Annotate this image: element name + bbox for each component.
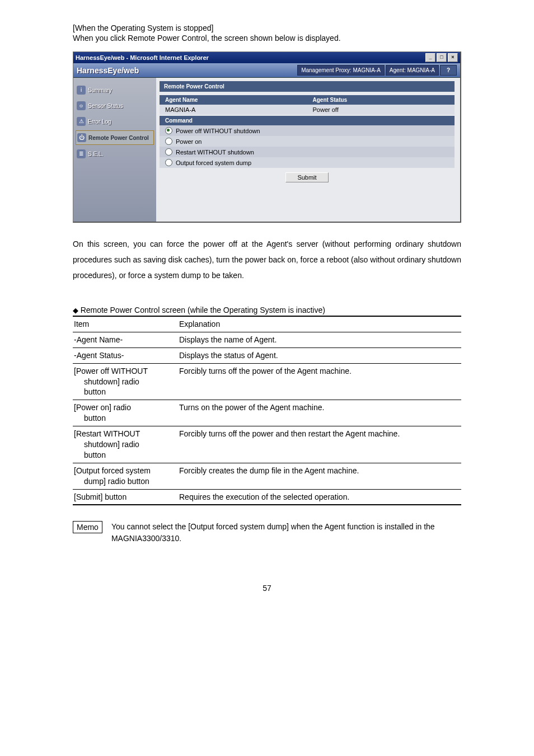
sidebar-item-label: Sensor Status [88, 103, 123, 109]
warning-icon: ⚠ [77, 117, 86, 126]
sensor-icon: ⌾ [77, 101, 86, 110]
col-agent-status: Agent Status [307, 95, 455, 105]
cmd-row-poweroff[interactable]: Power off WITHOUT shutdown [160, 125, 455, 136]
legend-item: [Power on] radio button [73, 400, 178, 426]
radio-poweroff[interactable] [165, 127, 172, 134]
help-button[interactable]: ? [440, 65, 457, 76]
panel-title: Remote Power Control [160, 81, 455, 92]
legend-item: [Restart WITHOUT shutdown] radio button [73, 426, 178, 463]
cmd-label: Power off WITHOUT shutdown [176, 128, 260, 134]
legend-item: [Power off WITHOUT shutdown] radio butto… [73, 363, 178, 400]
maximize-icon[interactable]: □ [437, 53, 447, 62]
description-paragraph: On this screen, you can force the power … [73, 236, 461, 283]
sidebar-item-label: Remote Power Control [88, 135, 149, 141]
legend-expl: Displays the name of Agent. [178, 332, 461, 348]
legend-item: -Agent Name- [73, 332, 178, 348]
page-number: 57 [73, 584, 461, 593]
legend-expl: Turns on the power of the Agent machine. [178, 400, 461, 426]
intro-line-2: When you click Remote Power Control, the… [73, 34, 461, 43]
sidebar: i Summary ⌾ Sensor Status ⚠ Error Log ⏻ … [73, 78, 156, 222]
legend-title: ◆ Remote Power Control screen (while the… [73, 306, 461, 314]
titlebar: HarnessEye/web - Microsoft Internet Expl… [73, 52, 460, 63]
sidebar-item-sel[interactable]: ≣ S.E.L. [76, 147, 154, 161]
branding-bar: HarnessEye/web Management Proxy: MAGNIA-… [73, 63, 460, 78]
legend-h1: Item [73, 316, 178, 332]
legend-table: Item Explanation -Agent Name- Displays t… [73, 316, 461, 505]
sidebar-item-sensor[interactable]: ⌾ Sensor Status [76, 99, 154, 112]
radio-restart[interactable] [165, 148, 172, 156]
sidebar-item-label: Summary [88, 87, 112, 93]
info-icon: i [77, 86, 86, 95]
agent-table: Agent Name Agent Status MAGNIA-A Power o… [160, 95, 455, 115]
cell-agent-name: MAGNIA-A [160, 105, 307, 115]
legend-expl: Forcibly creates the dump file in the Ag… [178, 463, 461, 489]
log-icon: ≣ [77, 149, 86, 158]
brand-logo-text: HarnessEye/web [77, 66, 139, 75]
legend-item: -Agent Status- [73, 348, 178, 363]
intro-line-1: [When the Operating System is stopped] [73, 24, 461, 32]
legend-expl: Displays the status of Agent. [178, 348, 461, 363]
cmd-row-dump[interactable]: Output forced system dump [160, 157, 455, 168]
diamond-icon: ◆ [73, 306, 81, 314]
cmd-label: Power on [176, 138, 202, 145]
sidebar-item-remote-power[interactable]: ⏻ Remote Power Control [76, 130, 154, 145]
minimize-icon[interactable]: _ [425, 53, 435, 62]
agent-badge: Agent: MAGNIA-A [386, 65, 439, 76]
legend-h2: Explanation [178, 316, 461, 332]
cmd-label: Restart WITHOUT shutdown [176, 149, 254, 156]
sidebar-item-summary[interactable]: i Summary [76, 83, 154, 97]
command-header: Command [160, 116, 455, 125]
close-icon[interactable]: × [448, 53, 458, 62]
legend-item: [Output forced system dump] radio button [73, 463, 178, 489]
cmd-row-poweron[interactable]: Power on [160, 136, 455, 147]
legend-expl: Forcibly turns off the power and then re… [178, 426, 461, 463]
col-agent-name: Agent Name [160, 95, 307, 105]
sidebar-item-label: Error Log [88, 119, 111, 125]
radio-dump[interactable] [165, 159, 172, 166]
legend-expl: Forcibly turns off the power of the Agen… [178, 363, 461, 400]
screenshot-window: HarnessEye/web - Microsoft Internet Expl… [73, 51, 461, 223]
window-title: HarnessEye/web - Microsoft Internet Expl… [76, 54, 209, 61]
radio-poweron[interactable] [165, 138, 172, 145]
submit-button[interactable]: Submit [285, 172, 328, 182]
cmd-label: Output forced system dump [176, 159, 251, 166]
cmd-row-restart[interactable]: Restart WITHOUT shutdown [160, 147, 455, 157]
legend-expl: Requires the execution of the selected o… [178, 489, 461, 505]
sidebar-item-label: S.E.L. [88, 151, 103, 157]
sidebar-item-errorlog[interactable]: ⚠ Error Log [76, 115, 154, 128]
memo-text: You cannot select the [Output forced sys… [111, 521, 461, 544]
cell-agent-status: Power off [307, 105, 455, 115]
main-pane: Remote Power Control Agent Name Agent St… [156, 78, 460, 222]
legend-item: [Submit] button [73, 489, 178, 505]
memo-label-box: Memo [73, 521, 102, 533]
power-icon: ⏻ [77, 133, 86, 142]
mgmt-proxy-badge: Management Proxy: MAGNIA-A [297, 65, 385, 76]
